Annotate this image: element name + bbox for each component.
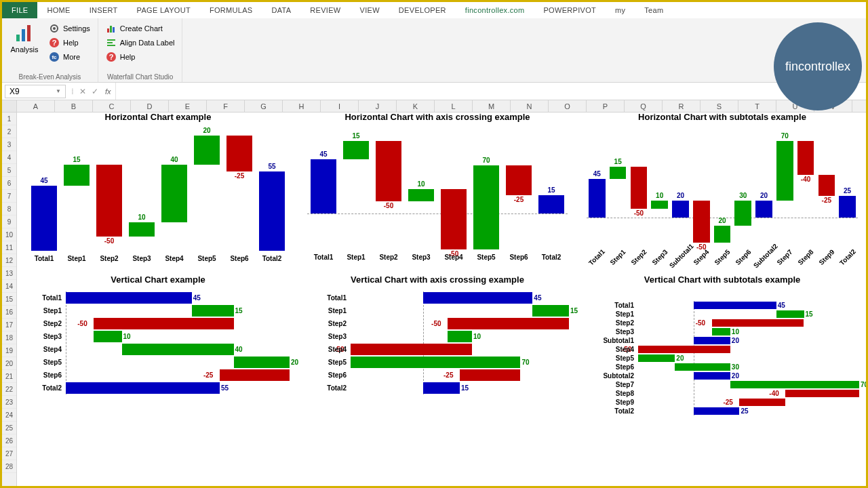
cancel-icon[interactable]: ✕: [77, 87, 89, 96]
tab-view[interactable]: VIEW: [351, 2, 389, 18]
bar: [473, 165, 499, 249]
col-header[interactable]: H: [283, 100, 321, 112]
chart-h3[interactable]: Horizontal Chart with subtotals example4…: [581, 113, 863, 272]
col-header[interactable]: R: [663, 100, 701, 112]
row-header[interactable]: 4: [2, 151, 16, 164]
col-header[interactable]: B: [55, 100, 93, 112]
col-header[interactable]: P: [587, 100, 625, 112]
col-header[interactable]: C: [93, 100, 131, 112]
tab-file[interactable]: FILE: [2, 2, 37, 18]
row-header[interactable]: 12: [2, 254, 16, 267]
col-header[interactable]: D: [131, 100, 169, 112]
more-button[interactable]: fcMore: [45, 50, 94, 64]
tab-page-layout[interactable]: PAGE LAYOUT: [127, 2, 200, 18]
tab-developer[interactable]: DEVELOPER: [389, 2, 456, 18]
row-header[interactable]: 3: [2, 138, 16, 151]
row-header[interactable]: 27: [2, 447, 16, 460]
row-header[interactable]: 17: [2, 319, 16, 331]
row-header[interactable]: 16: [2, 306, 16, 319]
row-header[interactable]: 9: [2, 216, 16, 228]
row-header[interactable]: 5: [2, 164, 16, 177]
row-header[interactable]: 2: [2, 125, 16, 138]
tab-team[interactable]: Team: [635, 2, 673, 18]
row-header[interactable]: 10: [2, 228, 16, 241]
tab-data[interactable]: DATA: [262, 2, 300, 18]
row-header[interactable]: 18: [2, 331, 16, 344]
create-chart-button[interactable]: Create Chart: [102, 22, 178, 35]
row-header[interactable]: 20: [2, 357, 16, 370]
accept-icon[interactable]: ✓: [89, 87, 101, 96]
tab-fincontrollex-com[interactable]: fincontrollex.com: [456, 2, 534, 18]
bar: [351, 357, 520, 367]
col-header[interactable]: S: [701, 100, 738, 112]
category-label: Step5: [710, 245, 734, 269]
col-header[interactable]: Q: [625, 100, 663, 112]
col-header[interactable]: F: [207, 100, 245, 112]
row-header[interactable]: 25: [2, 422, 16, 434]
tab-insert[interactable]: INSERT: [80, 2, 127, 18]
bar: [638, 354, 675, 362]
tab-home[interactable]: HOME: [37, 2, 79, 18]
col-header[interactable]: E: [169, 100, 207, 112]
row-header[interactable]: 24: [2, 409, 16, 422]
chart-v1[interactable]: Vertical Chart example45Total115Step1-50…: [22, 275, 294, 428]
help-button-1[interactable]: ?Help: [45, 36, 94, 49]
chart-h2[interactable]: Horizontal Chart with axis crossing exam…: [302, 113, 573, 272]
row-header[interactable]: 6: [2, 177, 16, 190]
spreadsheet-grid[interactable]: ABCDEFGHIJKLMNOPQRSTUV 12345678910111213…: [2, 100, 866, 486]
row-header[interactable]: 1: [2, 113, 16, 125]
row-header[interactable]: 23: [2, 396, 16, 409]
align-label-button[interactable]: Align Data Label: [102, 36, 178, 49]
col-header[interactable]: M: [473, 100, 511, 112]
select-all-corner[interactable]: [2, 100, 17, 112]
col-header[interactable]: J: [359, 100, 397, 112]
help-label-1: Help: [63, 39, 79, 47]
tab-formulas[interactable]: FORMULAS: [200, 2, 262, 18]
category-label: Step2: [304, 320, 347, 327]
row-header[interactable]: 28: [2, 460, 16, 473]
row-header[interactable]: 7: [2, 190, 16, 203]
bar-label: 10: [732, 328, 739, 336]
category-label: Step5: [470, 253, 502, 261]
row-header[interactable]: 26: [2, 434, 16, 447]
bar-label: 45: [193, 294, 201, 302]
row-header[interactable]: 22: [2, 383, 16, 396]
bar-label: -50: [376, 202, 401, 209]
chart-h1[interactable]: Horizontal Chart example45Total115Step1-…: [22, 113, 294, 272]
col-header[interactable]: I: [321, 100, 359, 112]
col-header[interactable]: A: [17, 100, 55, 112]
svg-rect-14: [107, 45, 115, 46]
tab-review[interactable]: REVIEW: [300, 2, 350, 18]
category-label: Step2: [25, 320, 62, 327]
fx-icon[interactable]: fx: [101, 87, 115, 96]
row-header[interactable]: 19: [2, 344, 16, 357]
col-header[interactable]: G: [245, 100, 283, 112]
formula-input[interactable]: [115, 83, 866, 100]
name-box[interactable]: X9▼: [5, 85, 66, 98]
tab-powerpivot[interactable]: POWERPIVOT: [534, 2, 606, 18]
row-header[interactable]: 14: [2, 280, 16, 293]
help-button-2[interactable]: ?Help: [102, 50, 178, 64]
bar-label: -50: [431, 320, 441, 327]
col-header[interactable]: T: [738, 100, 776, 112]
bar: [839, 196, 856, 217]
col-header[interactable]: O: [549, 100, 587, 112]
bar: [694, 302, 776, 309]
svg-rect-9: [107, 28, 109, 33]
col-header[interactable]: L: [435, 100, 473, 112]
chart-v2[interactable]: Vertical Chart with axis crossing exampl…: [302, 275, 573, 428]
svg-rect-13: [107, 42, 113, 43]
col-header[interactable]: N: [511, 100, 549, 112]
analysis-button[interactable]: Analysis: [6, 20, 43, 72]
row-header[interactable]: 11: [2, 241, 16, 254]
bar: [423, 382, 460, 393]
bar-label: 15: [343, 132, 369, 140]
row-header[interactable]: 13: [2, 267, 16, 280]
settings-button[interactable]: Settings: [45, 22, 94, 35]
row-header[interactable]: 15: [2, 293, 16, 306]
tab-my[interactable]: my: [606, 2, 635, 18]
chart-v3[interactable]: Vertical Chart with subtotals example45T…: [581, 275, 863, 428]
col-header[interactable]: K: [397, 100, 435, 112]
row-header[interactable]: 21: [2, 370, 16, 383]
row-header[interactable]: 8: [2, 203, 16, 216]
